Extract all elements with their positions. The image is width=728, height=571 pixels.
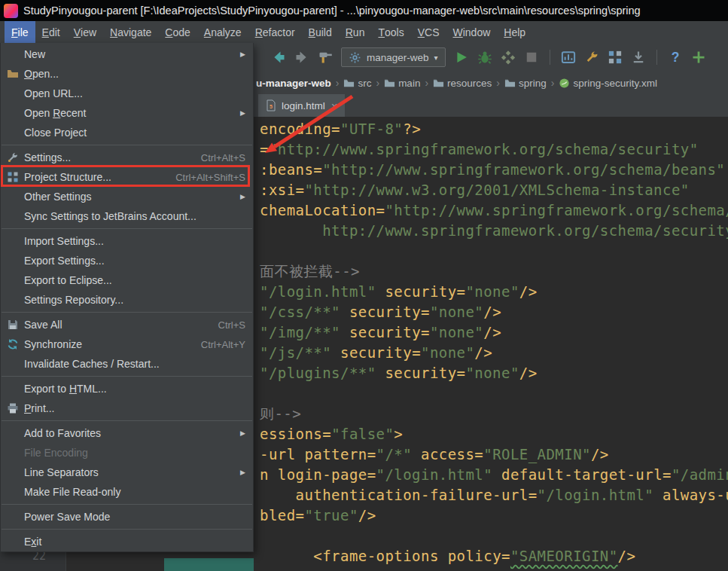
menu-help[interactable]: Help (497, 21, 532, 43)
menu-item-label: Invalidate Caches / Restart... (24, 358, 160, 370)
menu-item-label: Line Separators (24, 466, 99, 478)
menu-run[interactable]: Run (339, 21, 372, 43)
breadcrumb-u-manager-web[interactable]: u-manager-web (254, 78, 333, 89)
code-line: http://www.springframework.org/schema/se… (260, 221, 728, 241)
menu-build[interactable]: Build (302, 21, 339, 43)
icon-spacer (6, 294, 20, 306)
settings-wrench-button[interactable] (584, 50, 599, 65)
run-icon (454, 50, 469, 65)
menu-item-label: Export to HTML... (24, 383, 107, 395)
menu-item-new[interactable]: New▶ (1, 44, 253, 64)
download-icon (631, 50, 646, 65)
breadcrumb-spring-security-xml[interactable]: spring-security.xml (557, 78, 659, 89)
profiler-icon (561, 50, 576, 65)
menu-item-label: Print... (24, 402, 54, 414)
menu-item-open[interactable]: Open... (1, 64, 253, 84)
menu-view[interactable]: View (67, 21, 103, 43)
wrench-icon (6, 151, 20, 163)
menu-analyze[interactable]: Analyze (197, 21, 248, 43)
icon-spacer (6, 87, 20, 99)
menu-item-synchronize[interactable]: SynchronizeCtrl+Alt+Y (1, 334, 253, 354)
coverage-button[interactable] (501, 50, 516, 65)
menu-item-sync-settings-to-jetbrains-account[interactable]: Sync Settings to JetBrains Account... (1, 206, 253, 226)
menu-tools[interactable]: Tools (371, 21, 410, 43)
code-line: :beans="http://www.springframework.org/s… (260, 160, 728, 180)
menu-item-export-to-eclipse[interactable]: Export to Eclipse... (1, 270, 253, 290)
menu-item-export-to-html[interactable]: Export to HTML... (1, 379, 253, 398)
submenu-arrow-icon: ▶ (240, 429, 245, 437)
menu-item-open-url[interactable]: Open URL... (1, 84, 253, 103)
stop-button[interactable] (524, 50, 539, 65)
menu-item-save-all[interactable]: Save AllCtrl+S (1, 315, 253, 334)
icon-spacer (6, 127, 20, 139)
debug-button[interactable] (477, 50, 492, 65)
menu-refactor[interactable]: Refactor (248, 21, 302, 43)
menu-code[interactable]: Code (158, 21, 196, 43)
help-button[interactable]: ? (668, 50, 683, 65)
add-button[interactable] (691, 50, 706, 65)
breadcrumb-spring[interactable]: spring (503, 78, 548, 89)
menu-item-line-separators[interactable]: Line Separators▶ (1, 463, 253, 482)
menu-edit[interactable]: Edit (35, 21, 67, 43)
chevron-down-icon: ▾ (434, 53, 438, 62)
idea-logo (4, 4, 18, 18)
menu-item-label: Make File Read-only (24, 486, 120, 498)
selection-highlight (164, 558, 254, 571)
structure-button[interactable] (608, 50, 623, 65)
menu-vcs[interactable]: VCS (411, 21, 446, 43)
menu-separator (2, 504, 252, 505)
submenu-arrow-icon: ▶ (240, 193, 245, 200)
icon-spacer (6, 536, 20, 548)
icon-spacer (6, 486, 20, 498)
run-config-selector[interactable]: manager-web▾ (341, 47, 446, 67)
build-button[interactable] (318, 50, 333, 65)
code-line: "/login.html" security="none"/> (260, 282, 728, 302)
forward-button[interactable] (294, 50, 309, 65)
application-window: StudyPinyougou-parent [F:\IdeaProjects\S… (0, 0, 728, 571)
tab-login-html[interactable]: 5 login.html × (258, 94, 345, 117)
menu-shortcut: Ctrl+Alt+Y (201, 339, 245, 350)
menu-item-label: Import Settings... (24, 235, 104, 247)
menu-item-open-recent[interactable]: Open Recent▶ (1, 103, 253, 123)
profiler-button[interactable] (561, 50, 576, 65)
spring-file-icon (559, 78, 570, 89)
icon-spacer (6, 358, 20, 370)
menu-item-label: Open Recent (24, 107, 87, 119)
folder-bc-icon (504, 78, 516, 89)
menu-item-file-encoding: File Encoding (1, 443, 253, 463)
run-button[interactable] (454, 50, 469, 65)
icon-spacer (6, 383, 20, 395)
menu-navigate[interactable]: Navigate (103, 21, 158, 43)
menu-item-add-to-favorites[interactable]: Add to Favorites▶ (1, 423, 253, 443)
stop-icon (524, 50, 539, 65)
folder-icon (6, 68, 20, 80)
breadcrumb-src[interactable]: src (342, 78, 373, 89)
code-line: 面不被拦截--> (260, 261, 728, 282)
icon-spacer (6, 466, 20, 478)
menu-file[interactable]: File (5, 21, 35, 43)
code-line (260, 241, 728, 261)
menu-item-close-project[interactable]: Close Project (1, 123, 253, 142)
breadcrumb-main[interactable]: main (382, 78, 422, 89)
download-button[interactable] (631, 50, 646, 65)
menu-item-make-file-read-only[interactable]: Make File Read-only (1, 482, 253, 502)
breadcrumb-separator: › (375, 77, 380, 89)
menu-item-export-settings[interactable]: Export Settings... (1, 251, 253, 270)
menu-item-import-settings[interactable]: Import Settings... (1, 231, 253, 251)
icon-spacer (6, 255, 20, 267)
help-icon: ? (668, 50, 683, 65)
menu-item-power-save-mode[interactable]: Power Save Mode (1, 507, 253, 527)
menu-item-invalidate-caches-restart[interactable]: Invalidate Caches / Restart... (1, 354, 253, 374)
back-button[interactable] (271, 50, 286, 65)
code-line: essions="false"> (260, 424, 728, 444)
menu-item-label: New (24, 48, 45, 60)
menu-item-print[interactable]: Print... (1, 398, 253, 418)
menu-window[interactable]: Window (446, 21, 497, 43)
menu-item-settings-repository[interactable]: Settings Repository... (1, 290, 253, 310)
menu-separator (2, 376, 252, 377)
menu-item-other-settings[interactable]: Other Settings▶ (1, 187, 253, 206)
close-icon[interactable]: × (331, 99, 338, 112)
menu-item-exit[interactable]: Exit (1, 532, 253, 551)
menu-item-label: Settings Repository... (24, 294, 123, 306)
breadcrumb-resources[interactable]: resources (431, 78, 493, 89)
